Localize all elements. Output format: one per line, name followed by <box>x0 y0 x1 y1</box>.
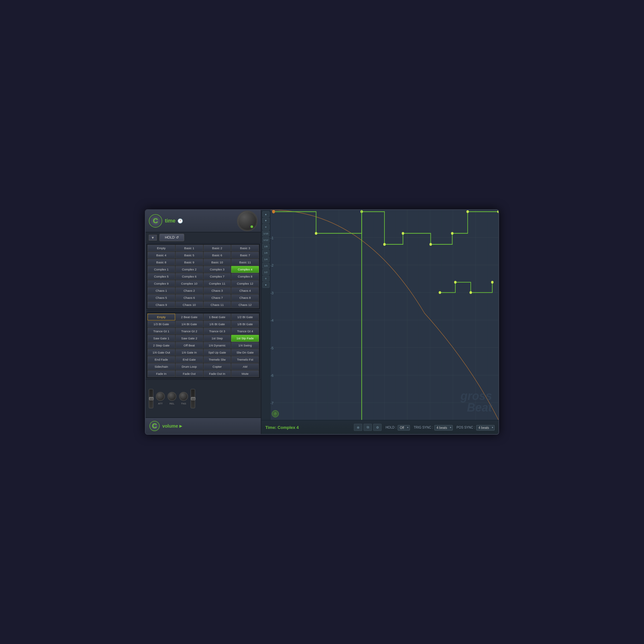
preset-btn-complex-6[interactable]: Complex 6 <box>175 273 203 280</box>
att-knob[interactable] <box>156 392 165 401</box>
slider-right[interactable] <box>191 389 195 408</box>
gate-btn-1/6-bt-gate[interactable]: 1/6 Bt Gate <box>204 321 231 327</box>
canvas-area[interactable]: ▲▼✕1/161/121/81/61/41/31/2✳▼ <box>261 210 498 420</box>
ruler-btn[interactable]: 1/2 <box>262 269 270 275</box>
preset-btn-complex-9[interactable]: Complex 9 <box>147 280 175 287</box>
gate-btn-1st-stp-fade[interactable]: 1st Stp Fade <box>231 335 259 342</box>
preset-btn-basic-2[interactable]: Basic 2 <box>204 245 231 251</box>
gate-btn-1/4-bt-gate[interactable]: 1/4 Bt Gate <box>175 321 203 327</box>
play-button-canvas[interactable]: ⏱ <box>272 410 279 417</box>
gate-btn-tremelo-fst[interactable]: Tremelo Fst <box>231 356 259 363</box>
gate-btn-empty[interactable]: Empty <box>147 314 175 320</box>
gate-btn-trance-gt-4[interactable]: Trance Gt 4 <box>231 328 259 335</box>
preset-btn-chaos-7[interactable]: Chaos 7 <box>204 294 231 301</box>
preset-btn-basic-11[interactable]: Basic 11 <box>231 259 259 266</box>
gate-btn-off-beat[interactable]: Off Beat <box>175 342 203 349</box>
ruler-btn[interactable]: ▲ <box>262 211 270 217</box>
preset-btn-complex-11[interactable]: Complex 11 <box>204 280 231 287</box>
ruler-btn[interactable]: 1/3 <box>262 263 270 269</box>
gate-btn-fade-in[interactable]: Fade In <box>147 370 175 377</box>
trig-sync-select[interactable]: 4 beats 2 beats 1 beat <box>434 425 453 431</box>
ruler-btn[interactable]: 1/12 <box>262 237 270 243</box>
gate-btn-trance-gt-3[interactable]: Trance Gt 3 <box>204 328 231 335</box>
gate-btn-trance-gt-1[interactable]: Trance Gt 1 <box>147 328 175 335</box>
gate-btn-1/8-bt-gate[interactable]: 1/8 Bt Gate <box>231 321 259 327</box>
gate-btn-fade-out-in[interactable]: Fade Out In <box>204 370 231 377</box>
pos-sync-select[interactable]: 4 beats 2 beats 1 beat <box>476 425 495 431</box>
gate-btn-1-beat-gate[interactable]: 1 Beat Gate <box>204 314 231 320</box>
hold-select[interactable]: Off On <box>398 425 410 431</box>
ruler-btn[interactable]: 1/6 <box>262 250 270 256</box>
preset-btn-chaos-12[interactable]: Chaos 12 <box>231 301 259 308</box>
preset-btn-basic-8[interactable]: Basic 8 <box>147 259 175 266</box>
preset-btn-basic-6[interactable]: Basic 6 <box>204 252 231 259</box>
preset-btn-chaos-5[interactable]: Chaos 5 <box>147 294 175 301</box>
gate-btn-saw-gate-1[interactable]: Saw Gate 1 <box>147 335 175 342</box>
ruler-btn[interactable]: 1/8 <box>262 243 270 249</box>
preset-btn-chaos-2[interactable]: Chaos 2 <box>175 287 203 294</box>
gate-btn-end-fade[interactable]: End Fade <box>147 356 175 363</box>
preset-btn-complex-3[interactable]: Complex 3 <box>204 266 231 273</box>
preset-btn-basic-3[interactable]: Basic 3 <box>231 245 259 251</box>
master-knob[interactable] <box>237 211 258 231</box>
preset-btn-chaos-11[interactable]: Chaos 11 <box>204 301 231 308</box>
preset-btn-complex-2[interactable]: Complex 2 <box>175 266 203 273</box>
preset-btn-basic-4[interactable]: Basic 4 <box>147 252 175 259</box>
ruler-btn[interactable]: 1/4 <box>262 256 270 262</box>
preset-btn-basic-10[interactable]: Basic 10 <box>204 259 231 266</box>
preset-btn-complex-10[interactable]: Complex 10 <box>175 280 203 287</box>
ruler-btn[interactable]: ▼ <box>262 218 270 223</box>
gate-btn-1/3-bt-gate[interactable]: 1/3 Bt Gate <box>147 321 175 327</box>
gate-btn-sidechain[interactable]: Sidechain <box>147 363 175 370</box>
preset-btn-chaos-10[interactable]: Chaos 10 <box>175 301 203 308</box>
gate-btn-1/2-bt-gate[interactable]: 1/2 Bt Gate <box>231 314 259 320</box>
preset-btn-complex-5[interactable]: Complex 5 <box>147 273 175 280</box>
gate-btn-drum-loop[interactable]: Drum Loop <box>175 363 203 370</box>
preset-btn-complex-4[interactable]: Complex 4 <box>231 266 259 273</box>
ruler-btn[interactable]: ✳ <box>262 276 270 281</box>
hold-button[interactable]: HOLD ↺ <box>159 234 184 241</box>
gate-btn-am[interactable]: AM <box>231 363 259 370</box>
add-point-btn[interactable]: ⊕ <box>354 424 362 431</box>
preset-btn-chaos-1[interactable]: Chaos 1 <box>147 287 175 294</box>
preset-btn-complex-8[interactable]: Complex 8 <box>231 273 259 280</box>
ruler-btn[interactable]: ▼ <box>262 282 270 288</box>
preset-btn-chaos-3[interactable]: Chaos 3 <box>204 287 231 294</box>
gate-btn-2-step-gate[interactable]: 2 Step Gate <box>147 342 175 349</box>
gate-btn-spd-up-gate[interactable]: Spd Up Gate <box>204 349 231 356</box>
preset-btn-complex-1[interactable]: Complex 1 <box>147 266 175 273</box>
preset-btn-basic-5[interactable]: Basic 5 <box>175 252 203 259</box>
gate-btn-1/4-dynamic[interactable]: 1/4 Dynamic <box>204 342 231 349</box>
gate-btn-fade-out[interactable]: Fade Out <box>175 370 203 377</box>
dropdown-button[interactable]: ▼ <box>149 235 157 241</box>
play-icon[interactable]: ⏱ <box>272 410 279 417</box>
preset-btn-chaos-6[interactable]: Chaos 6 <box>175 294 203 301</box>
preset-btn-complex-12[interactable]: Complex 12 <box>231 280 259 287</box>
gate-btn-1st-step[interactable]: 1st Step <box>204 335 231 342</box>
settings-btn[interactable]: ⚙ <box>373 424 382 431</box>
gate-btn-trance-gt-2[interactable]: Trance Gt 2 <box>175 328 203 335</box>
gate-btn-saw-gate-2[interactable]: Saw Gate 2 <box>175 335 203 342</box>
gate-btn-1/4-swing[interactable]: 1/4 Swing <box>231 342 259 349</box>
gate-btn-mute[interactable]: Mute <box>231 370 259 377</box>
copy-btn[interactable]: ⧉ <box>364 424 372 431</box>
gate-btn-tremelo-slw[interactable]: Tremelo Slw <box>204 356 231 363</box>
ruler-btn[interactable]: 1/16 <box>262 231 270 236</box>
preset-btn-basic-1[interactable]: Basic 1 <box>175 245 203 251</box>
gate-btn-2-beat-gate[interactable]: 2 Beat Gate <box>175 314 203 320</box>
rel-knob[interactable] <box>167 392 176 401</box>
preset-btn-complex-7[interactable]: Complex 7 <box>204 273 231 280</box>
gate-btn-1/4-gate-in[interactable]: 1/4 Gate In <box>175 349 203 356</box>
preset-btn-empty[interactable]: Empty <box>147 245 175 251</box>
preset-btn-chaos-9[interactable]: Chaos 9 <box>147 301 175 308</box>
ruler-btn[interactable]: ✕ <box>262 224 270 230</box>
preset-btn-basic-7[interactable]: Basic 7 <box>231 252 259 259</box>
gate-btn-copter[interactable]: Copter <box>204 363 231 370</box>
tns-knob[interactable] <box>179 392 188 401</box>
slider-left[interactable] <box>149 389 153 408</box>
gate-btn-end-gate[interactable]: End Gate <box>175 356 203 363</box>
gate-btn-slw-dn-gate[interactable]: Slw Dn Gate <box>231 349 259 356</box>
preset-btn-basic-9[interactable]: Basic 9 <box>175 259 203 266</box>
gate-btn-1/4-gate-out[interactable]: 1/4 Gate Out <box>147 349 175 356</box>
preset-btn-chaos-8[interactable]: Chaos 8 <box>231 294 259 301</box>
